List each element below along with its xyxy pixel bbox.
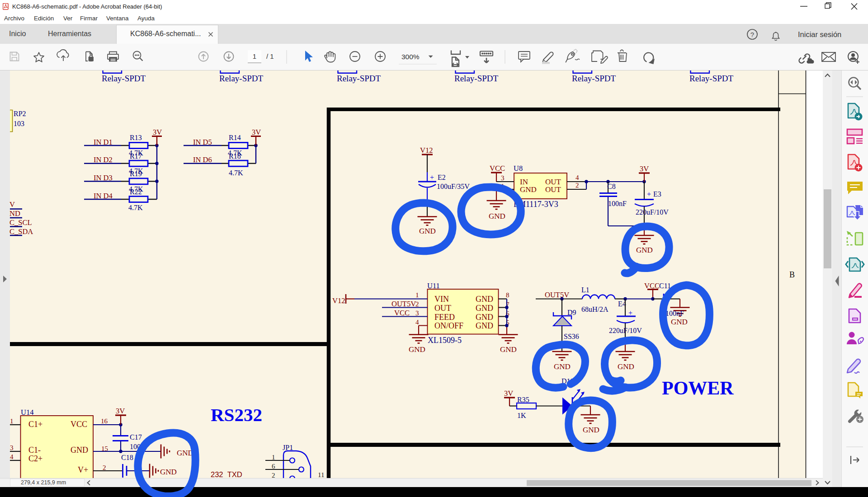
svg-text:1: 1 xyxy=(415,291,419,299)
svg-text:103: 103 xyxy=(14,120,24,127)
svg-text:IN D3: IN D3 xyxy=(94,173,113,182)
svg-text:GND: GND xyxy=(671,318,688,326)
svg-text:300%: 300% xyxy=(401,53,420,61)
svg-text:?: ? xyxy=(750,31,754,38)
svg-text:GND: GND xyxy=(177,449,193,457)
svg-text:C_SCL: C_SCL xyxy=(9,218,32,227)
svg-text:V12: V12 xyxy=(332,296,345,305)
svg-text:8: 8 xyxy=(506,291,509,299)
svg-text:Relay-SPDT: Relay-SPDT xyxy=(102,74,146,83)
svg-text:V: V xyxy=(9,200,15,209)
svg-text:4: 4 xyxy=(576,174,579,181)
svg-text:IN D1: IN D1 xyxy=(94,138,113,146)
svg-text:4.7K: 4.7K xyxy=(128,204,143,211)
svg-text:SS36: SS36 xyxy=(564,333,579,340)
svg-text:C18: C18 xyxy=(121,454,133,461)
svg-text:IN D5: IN D5 xyxy=(193,138,212,146)
svg-text:3V: 3V xyxy=(252,128,261,136)
svg-text:Relay-SPDT: Relay-SPDT xyxy=(454,74,499,83)
svg-text:100uF/35V: 100uF/35V xyxy=(437,183,470,190)
svg-text:L1: L1 xyxy=(581,286,590,294)
svg-text:JP1: JP1 xyxy=(283,444,293,451)
svg-text:VIN: VIN xyxy=(434,295,449,304)
svg-text:220uF/10V: 220uF/10V xyxy=(636,208,669,216)
svg-text:1: 1 xyxy=(253,52,256,60)
svg-text:GND: GND xyxy=(160,468,177,476)
svg-text:C1-: C1- xyxy=(28,445,41,455)
svg-text:C17: C17 xyxy=(130,433,142,441)
svg-text:100n: 100n xyxy=(130,443,144,450)
svg-text:OUT5V: OUT5V xyxy=(545,291,569,299)
svg-text:2: 2 xyxy=(103,464,106,471)
svg-text:E3: E3 xyxy=(653,190,661,198)
svg-text:VCC: VCC xyxy=(394,309,410,317)
svg-text:R18: R18 xyxy=(229,152,241,160)
svg-text:4: 4 xyxy=(10,453,14,460)
svg-text:+: + xyxy=(430,173,434,181)
svg-text:C_SDA: C_SDA xyxy=(9,227,33,236)
svg-text:GND: GND xyxy=(409,345,425,354)
svg-text:LM1117-3V3: LM1117-3V3 xyxy=(514,200,558,209)
svg-text:GND: GND xyxy=(476,313,493,322)
svg-text:B: B xyxy=(789,270,795,279)
svg-text:232_TXD: 232_TXD xyxy=(211,470,242,478)
svg-text:R19: R19 xyxy=(130,170,142,178)
svg-text:3: 3 xyxy=(10,444,14,451)
svg-text:3: 3 xyxy=(415,309,419,317)
svg-text:/ 1: / 1 xyxy=(266,52,274,60)
svg-text:3V: 3V xyxy=(640,164,649,173)
svg-text:VCC: VCC xyxy=(490,164,505,173)
svg-text:+: + xyxy=(647,190,651,198)
svg-text:11: 11 xyxy=(318,471,324,478)
svg-text:C11: C11 xyxy=(659,282,671,290)
svg-text:XL1509-5: XL1509-5 xyxy=(428,336,462,345)
svg-text:4: 4 xyxy=(415,319,419,326)
svg-text:V+: V+ xyxy=(78,465,88,474)
svg-text:R14: R14 xyxy=(229,134,241,141)
svg-text:R35: R35 xyxy=(517,396,529,403)
svg-text:E2: E2 xyxy=(438,173,446,181)
svg-text:C8: C8 xyxy=(607,183,616,190)
svg-text:GND: GND xyxy=(618,362,634,371)
svg-text:GND: GND xyxy=(554,362,571,371)
svg-text:D10: D10 xyxy=(561,377,574,385)
svg-text:1K: 1K xyxy=(517,412,526,419)
svg-text:GND: GND xyxy=(500,345,517,354)
svg-text:C2+: C2+ xyxy=(28,454,42,463)
svg-text:2: 2 xyxy=(415,300,419,308)
svg-text:OUT5V: OUT5V xyxy=(392,300,416,308)
svg-text:1: 1 xyxy=(272,454,275,461)
svg-text:Relay-SPDT: Relay-SPDT xyxy=(572,74,616,83)
svg-text:3V: 3V xyxy=(153,128,162,136)
svg-text:RS232: RS232 xyxy=(211,404,262,425)
svg-text:2: 2 xyxy=(272,472,275,478)
svg-text:1: 1 xyxy=(10,417,14,425)
svg-text:4.7K: 4.7K xyxy=(229,169,243,177)
svg-text:OUT: OUT xyxy=(434,304,451,313)
svg-text:GND: GND xyxy=(583,426,599,434)
svg-text:3V: 3V xyxy=(116,407,125,415)
svg-text:IN D4: IN D4 xyxy=(94,192,113,200)
svg-text:6: 6 xyxy=(272,463,275,470)
svg-text:POWER: POWER xyxy=(662,378,734,399)
svg-text:D9: D9 xyxy=(567,309,576,316)
svg-text:GND: GND xyxy=(489,212,505,220)
svg-text:U8: U8 xyxy=(514,164,523,173)
svg-text:R13: R13 xyxy=(130,134,142,141)
svg-text:VCC: VCC xyxy=(71,420,87,429)
svg-text:68uH/2A: 68uH/2A xyxy=(581,305,609,313)
svg-text:GND: GND xyxy=(71,445,88,455)
svg-text:GND: GND xyxy=(419,227,436,235)
svg-text:Relay-SPDT: Relay-SPDT xyxy=(337,74,381,83)
svg-text:OUT: OUT xyxy=(545,185,561,194)
svg-text:220uF/10V: 220uF/10V xyxy=(609,327,642,334)
svg-text:100nF: 100nF xyxy=(665,309,684,317)
svg-text:+: + xyxy=(628,309,632,317)
svg-text:R17: R17 xyxy=(130,152,142,160)
svg-text:GND: GND xyxy=(476,304,493,313)
svg-text:RP2: RP2 xyxy=(14,110,26,117)
svg-text:GND: GND xyxy=(520,185,537,194)
svg-text:Relay-SPDT: Relay-SPDT xyxy=(689,74,734,83)
svg-text:V12: V12 xyxy=(420,146,433,155)
svg-text:IN D6: IN D6 xyxy=(193,155,212,164)
